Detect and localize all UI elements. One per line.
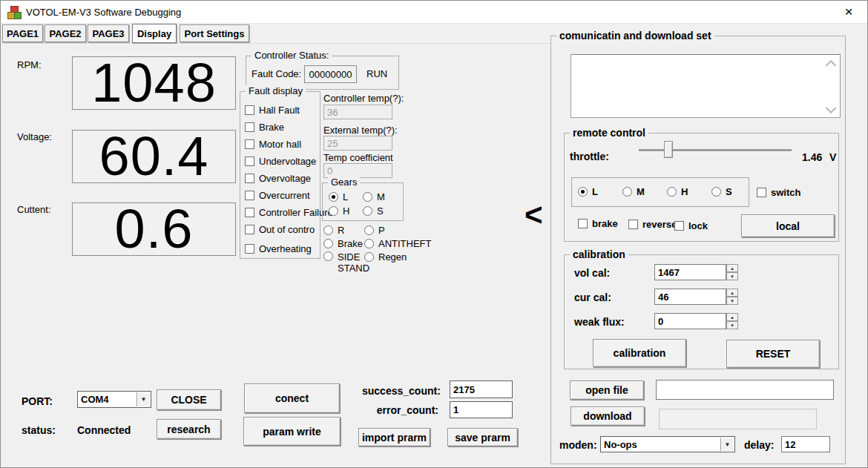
- brake-fault-label: Brake: [259, 122, 284, 133]
- remote-gear-s-radio[interactable]: [711, 187, 721, 197]
- error-count-input[interactable]: 1: [450, 401, 513, 418]
- rpm-label: RPM:: [17, 59, 42, 70]
- delay-input[interactable]: 12: [781, 436, 830, 452]
- gear-s-label: S: [377, 205, 384, 217]
- weak-flux-input[interactable]: 0: [654, 313, 726, 329]
- moden-value: No-ops: [604, 439, 637, 450]
- brake-label: brake: [592, 218, 618, 229]
- remote-gear-h-radio[interactable]: [667, 187, 677, 197]
- fault-code-input[interactable]: 00000000: [304, 65, 357, 83]
- port-value: COM4: [81, 394, 109, 405]
- tab-display[interactable]: Display: [132, 24, 177, 43]
- file-path-input[interactable]: [656, 380, 834, 400]
- temp-coefficient-label: Temp coefficient: [323, 152, 393, 163]
- voltage-label: Voltage:: [17, 131, 52, 142]
- tab-page1[interactable]: PAGE1: [2, 24, 43, 42]
- tab-port-settings[interactable]: Port Settings: [180, 24, 249, 42]
- weak-flux-spin-up-icon[interactable]: ▲: [726, 313, 738, 321]
- cur-cal-spin-down-icon[interactable]: ▼: [726, 297, 738, 305]
- comm-log-textarea[interactable]: [571, 54, 841, 118]
- fault-display-title: Fault display: [246, 85, 306, 96]
- moden-dropdown[interactable]: No-ops ▼: [600, 436, 735, 452]
- tab-divider: [1, 43, 550, 44]
- research-button[interactable]: research: [157, 419, 221, 439]
- state-side-stand-radio[interactable]: [323, 251, 333, 261]
- tab-page2[interactable]: PAGE2: [45, 24, 86, 42]
- vol-cal-input[interactable]: 1467: [654, 264, 726, 280]
- param-write-button[interactable]: param write: [243, 417, 341, 446]
- state-r-label: R: [338, 225, 344, 236]
- remote-gear-box: L M H S: [571, 177, 749, 207]
- moden-dropdown-arrow-icon[interactable]: ▼: [720, 438, 734, 451]
- vol-cal-spin-down-icon[interactable]: ▼: [726, 272, 738, 280]
- open-file-button[interactable]: open file: [570, 380, 644, 400]
- state-r-radio[interactable]: [323, 225, 333, 235]
- undervoltage-label: Undervoltage: [259, 156, 316, 167]
- overcurrent-checkbox[interactable]: [245, 191, 254, 200]
- switch-label: switch: [771, 187, 800, 198]
- success-count-input[interactable]: 2175: [450, 380, 513, 398]
- calibration-button[interactable]: calibration: [593, 339, 686, 367]
- reset-button[interactable]: RESET: [726, 340, 820, 368]
- connect-button[interactable]: conect: [244, 383, 340, 413]
- tab-page3[interactable]: PAGE3: [88, 24, 129, 42]
- state-antitheft-radio[interactable]: [364, 239, 374, 248]
- undervoltage-checkbox[interactable]: [245, 156, 254, 166]
- state-brake-radio[interactable]: [323, 239, 333, 248]
- state-regen-radio[interactable]: [364, 252, 374, 262]
- external-temp-field: 25: [323, 136, 392, 151]
- save-param-button[interactable]: save prarm: [447, 428, 518, 446]
- overvoltage-label: Overvoltage: [259, 173, 311, 184]
- throttle-slider-handle[interactable]: [664, 141, 673, 158]
- app-icon: [7, 6, 20, 18]
- throttle-slider-track[interactable]: [639, 149, 792, 152]
- close-port-button[interactable]: CLOSE: [157, 389, 221, 410]
- remote-gear-m-radio[interactable]: [622, 187, 632, 197]
- gears-title: Gears: [328, 177, 360, 188]
- remote-control-group: remote control throttle: 1.46 V L M H S …: [564, 133, 839, 242]
- lock-label: lock: [688, 220, 708, 231]
- out-of-control-label: Out of contro: [259, 224, 315, 235]
- overheating-checkbox[interactable]: [245, 244, 254, 254]
- overheating-label: Overheating: [259, 243, 312, 254]
- state-regen-label: Regen: [378, 251, 407, 263]
- import-param-button[interactable]: import prarm: [358, 428, 430, 446]
- motor-hall-checkbox[interactable]: [245, 139, 254, 149]
- close-icon[interactable]: ×: [838, 3, 860, 21]
- status-label: status:: [22, 424, 56, 436]
- titlebar: VOTOL-EM-V3 Software Debugging ×: [1, 1, 867, 24]
- out-of-control-checkbox[interactable]: [245, 225, 254, 234]
- brake-checkbox[interactable]: [578, 219, 588, 228]
- port-dropdown[interactable]: COM4 ▼: [77, 391, 151, 408]
- brake-fault-checkbox[interactable]: [245, 122, 254, 132]
- window-title: VOTOL-EM-V3 Software Debugging: [26, 7, 181, 18]
- voltage-display: 60.4: [72, 130, 236, 183]
- controller-status-title: Controller Status:: [251, 50, 332, 61]
- remote-gear-l-radio[interactable]: [578, 187, 588, 197]
- gear-m-radio[interactable]: [363, 192, 372, 202]
- local-button[interactable]: local: [741, 214, 835, 237]
- weak-flux-spin-down-icon[interactable]: ▼: [726, 321, 738, 329]
- moden-label: moden:: [559, 439, 597, 451]
- overvoltage-checkbox[interactable]: [245, 174, 254, 183]
- vol-cal-label: vol cal:: [574, 267, 610, 279]
- lock-checkbox[interactable]: [674, 221, 684, 231]
- state-p-radio[interactable]: [364, 225, 374, 235]
- hall-fault-checkbox[interactable]: [245, 105, 254, 115]
- switch-checkbox[interactable]: [757, 188, 766, 197]
- cur-cal-input[interactable]: 46: [654, 289, 726, 305]
- port-dropdown-arrow-icon[interactable]: ▼: [137, 392, 150, 406]
- gear-s-radio[interactable]: [363, 206, 372, 216]
- gears-group: Gears L M H S: [322, 182, 404, 221]
- gear-h-radio[interactable]: [329, 206, 338, 216]
- controller-temp-field: 36: [323, 105, 392, 119]
- gear-l-radio[interactable]: [329, 192, 338, 202]
- app-window: VOTOL-EM-V3 Software Debugging × PAGE1 P…: [0, 0, 868, 468]
- current-label: Cuttent:: [17, 204, 51, 215]
- reverse-checkbox[interactable]: [628, 220, 638, 229]
- hall-fault-label: Hall Fault: [259, 105, 300, 116]
- download-button[interactable]: download: [571, 406, 645, 426]
- cur-cal-spin-up-icon[interactable]: ▲: [726, 289, 738, 297]
- vol-cal-spin-up-icon[interactable]: ▲: [726, 264, 738, 272]
- controller-failure-checkbox[interactable]: [245, 208, 254, 217]
